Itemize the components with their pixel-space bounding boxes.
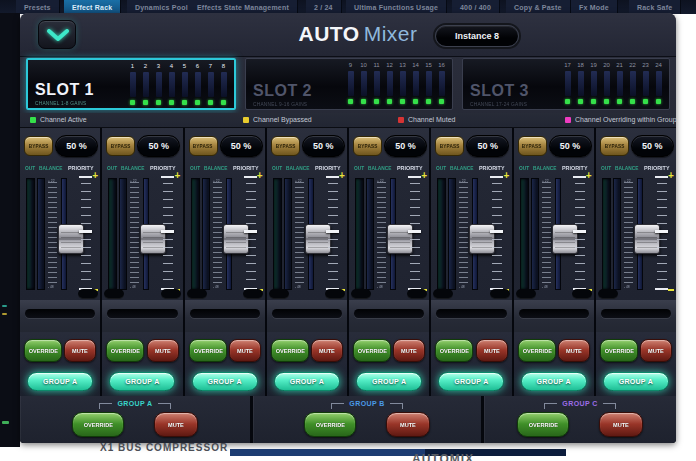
strip-group-zone: GROUP A [514, 368, 594, 396]
mute-button[interactable]: MUTE [147, 339, 179, 362]
out-meter [437, 178, 446, 290]
fader-bottom-pill-right[interactable] [407, 289, 427, 299]
priority-handle[interactable] [326, 230, 339, 233]
fader-bottom-pill-left[interactable] [104, 289, 124, 299]
collapse-button[interactable] [38, 20, 76, 49]
host-tab-rack-safe[interactable]: Rack Safe [629, 0, 681, 14]
group-assign-button[interactable]: GROUP A [603, 372, 669, 391]
bypass-button[interactable]: BYPASS [435, 136, 464, 156]
priority-slider[interactable]: + [490, 176, 507, 290]
fader-bottom-pill-left[interactable] [433, 289, 453, 299]
mute-button[interactable]: MUTE [558, 339, 590, 362]
bypass-button[interactable]: BYPASS [600, 136, 629, 156]
fader-bottom-pill-right[interactable] [161, 289, 181, 299]
gain-percentage-display[interactable]: 50 % [220, 135, 263, 157]
priority-plus-mark: + [92, 170, 98, 181]
mute-button[interactable]: MUTE [476, 339, 508, 362]
channel-meter [143, 72, 149, 97]
priority-handle[interactable] [161, 230, 174, 233]
override-button[interactable]: OVERRIDE [24, 339, 62, 362]
bypass-button[interactable]: BYPASS [353, 136, 382, 156]
group-assign-button[interactable]: GROUP A [27, 372, 93, 391]
priority-handle[interactable] [490, 230, 503, 233]
host-tab-effects-state-management[interactable]: Effects State Management [189, 0, 298, 14]
host-tab-presets[interactable]: Presets [16, 0, 60, 14]
slot-panel-2[interactable]: SLOT 2CHANNEL 9-16 GAINS910111213141516 [245, 58, 453, 110]
bypass-button[interactable]: BYPASS [518, 136, 547, 156]
scale-top-label: + 22 [377, 179, 384, 182]
host-tab-dynamics-pool[interactable]: Dynamics Pool [127, 0, 197, 14]
host-tab-copy-paste[interactable]: Copy & Paste [506, 0, 571, 14]
host-tab-effect-rack[interactable]: Effect Rack [64, 0, 121, 14]
priority-slider[interactable]: + [655, 176, 672, 290]
gain-percentage-display[interactable]: 50 % [549, 135, 592, 157]
mute-button[interactable]: MUTE [640, 339, 672, 362]
group-mute-button[interactable]: MUTE [154, 412, 198, 437]
gain-percentage-display[interactable]: 50 % [466, 135, 509, 157]
gain-percentage-display[interactable]: 50 % [302, 135, 345, 157]
mute-button[interactable]: MUTE [311, 339, 343, 362]
bypass-button[interactable]: BYPASS [106, 136, 135, 156]
override-button[interactable]: OVERRIDE [271, 339, 309, 362]
group-assign-button[interactable]: GROUP A [521, 372, 587, 391]
fader-bottom-pill-left[interactable] [269, 289, 289, 299]
fader-bottom-pill-right[interactable] [490, 289, 510, 299]
gain-percentage-display[interactable]: 50 % [384, 135, 427, 157]
slot-panel-3[interactable]: SLOT 3CHANNEL 17-24 GAINS171819202122232… [462, 58, 670, 110]
strip-fader-zone: BYPASS50 %OUTBALANCEPRIORITY+ 22- 48+ [596, 128, 676, 300]
host-tab-fx-mode[interactable]: Fx Mode [571, 0, 618, 14]
group-mute-button[interactable]: MUTE [599, 412, 643, 437]
priority-slider[interactable]: + [326, 176, 343, 290]
override-button[interactable]: OVERRIDE [189, 339, 227, 362]
bypass-button[interactable]: BYPASS [24, 136, 53, 156]
priority-handle[interactable] [573, 230, 586, 233]
group-override-button[interactable]: OVERRIDE [72, 412, 124, 437]
priority-slider[interactable]: + [244, 176, 261, 290]
mute-button[interactable]: MUTE [229, 339, 261, 362]
group-assign-button[interactable]: GROUP A [274, 372, 340, 391]
host-tab-2-24[interactable]: 2 / 24 [306, 0, 342, 14]
bypass-button[interactable]: BYPASS [189, 136, 218, 156]
priority-handle[interactable] [79, 230, 92, 233]
group-assign-button[interactable]: GROUP A [109, 372, 175, 391]
group-assign-button[interactable]: GROUP A [356, 372, 422, 391]
group-assign-button[interactable]: GROUP A [438, 372, 504, 391]
group-assign-button[interactable]: GROUP A [192, 372, 258, 391]
fader-bottom-pill-right[interactable] [572, 289, 592, 299]
override-button[interactable]: OVERRIDE [353, 339, 391, 362]
fader-bottom-pill-left[interactable] [351, 289, 371, 299]
group-mute-button[interactable]: MUTE [386, 412, 430, 437]
priority-slider[interactable]: + [161, 176, 178, 290]
override-button[interactable]: OVERRIDE [518, 339, 556, 362]
fader-bottom-pill-left[interactable] [598, 289, 618, 299]
priority-slider[interactable]: + [408, 176, 425, 290]
fader-bottom-pill-left[interactable] [187, 289, 207, 299]
instance-selector[interactable]: Instance 8 [435, 25, 519, 47]
mute-button[interactable]: MUTE [64, 339, 96, 362]
gain-percentage-display[interactable]: 50 % [631, 135, 674, 157]
priority-label: PRIORITY [479, 165, 505, 170]
fader-bottom-pill-right[interactable] [78, 289, 98, 299]
slot-panel-1[interactable]: SLOT 1CHANNEL 1-8 GAINS12345678 [26, 58, 236, 110]
override-button[interactable]: OVERRIDE [600, 339, 638, 362]
fader-bottom-pill-left[interactable] [516, 289, 536, 299]
fader-bottom-pill-right[interactable] [325, 289, 345, 299]
bypass-button[interactable]: BYPASS [271, 136, 300, 156]
gain-percentage-display[interactable]: 50 % [137, 135, 180, 157]
priority-handle[interactable] [408, 230, 421, 233]
fader-bottom-pill-right[interactable] [243, 289, 263, 299]
gain-percentage-display[interactable]: 50 % [55, 135, 98, 157]
override-button[interactable]: OVERRIDE [435, 339, 473, 362]
mute-button[interactable]: MUTE [393, 339, 425, 362]
group-bracket-right [158, 403, 171, 409]
priority-handle[interactable] [655, 230, 668, 233]
priority-slider[interactable]: + [573, 176, 590, 290]
priority-slider[interactable]: + [79, 176, 96, 290]
host-tab-400-400[interactable]: 400 / 400 [452, 0, 500, 14]
host-tab-ultima-functions-usage[interactable]: Ultima Functions Usage [346, 0, 447, 14]
group-override-button[interactable]: OVERRIDE [517, 412, 569, 437]
balance-meter-left [531, 178, 539, 290]
priority-handle[interactable] [244, 230, 257, 233]
group-override-button[interactable]: OVERRIDE [304, 412, 356, 437]
override-button[interactable]: OVERRIDE [106, 339, 144, 362]
